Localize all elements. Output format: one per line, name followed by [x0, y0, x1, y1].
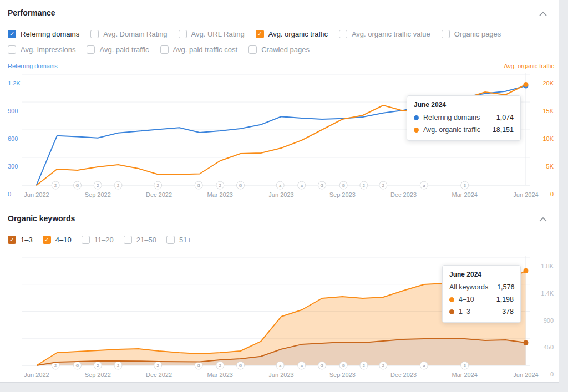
- svg-text:1.2K: 1.2K: [8, 80, 21, 86]
- svg-text:Dec 2023: Dec 2023: [390, 191, 417, 198]
- tooltip-row-label: Referring domains: [423, 114, 489, 121]
- organic-keywords-collapse-button[interactable]: [539, 215, 547, 222]
- tooltip-row-label: All keywords: [449, 283, 497, 291]
- svg-text:300: 300: [8, 163, 18, 170]
- tooltip-row-label: Avg. organic traffic: [423, 126, 489, 134]
- checkbox-label: 1–3: [21, 236, 33, 244]
- checkbox-avg-paid-traffic-cost[interactable]: Avg. paid traffic cost: [160, 45, 238, 54]
- checkbox-referring-domains[interactable]: ✓Referring domains: [8, 30, 79, 38]
- tooltip-row-value: 1,576: [497, 283, 514, 291]
- checkbox-4-10[interactable]: ✓4–10: [43, 236, 72, 244]
- checkbox-1-3[interactable]: ✓1–3: [8, 236, 33, 244]
- tooltip-row: Referring domains1,074: [414, 111, 514, 124]
- analytics-card: Performance ✓Referring domainsAvg. Domai…: [0, 0, 559, 383]
- svg-text:G: G: [321, 363, 324, 368]
- checkbox-label: Crawled pages: [261, 45, 310, 54]
- svg-text:2: 2: [382, 363, 384, 368]
- unchecked-checkbox-icon[interactable]: [179, 30, 187, 38]
- checkbox-avg-paid-traffic[interactable]: Avg. paid traffic: [87, 45, 149, 54]
- checked-checkbox-icon[interactable]: ✓: [8, 30, 16, 38]
- unchecked-checkbox-icon[interactable]: [339, 30, 347, 38]
- right-axis-title: Avg. organic traffic: [504, 63, 554, 69]
- svg-text:G: G: [197, 183, 200, 188]
- checkbox-51[interactable]: 51+: [166, 236, 191, 244]
- checkbox-avg-organic-traffic-value[interactable]: Avg. organic traffic value: [339, 30, 430, 38]
- tooltip-rows: All keywords1,5764–101,1981–3378: [449, 281, 514, 318]
- svg-text:900: 900: [8, 108, 18, 114]
- svg-text:Jun 2023: Jun 2023: [268, 371, 293, 378]
- svg-text:2: 2: [54, 183, 57, 188]
- checkbox-label: Organic pages: [454, 30, 501, 38]
- svg-text:2: 2: [97, 183, 99, 188]
- series-dot-icon: [414, 115, 419, 120]
- checkbox-label: Referring domains: [21, 30, 79, 38]
- svg-text:Sep 2023: Sep 2023: [329, 191, 356, 198]
- svg-text:2: 2: [54, 363, 57, 368]
- svg-text:G: G: [342, 183, 345, 188]
- svg-text:2: 2: [219, 183, 221, 188]
- chevron-up-icon: [539, 11, 547, 17]
- checkbox-label: Avg. organic traffic: [268, 30, 328, 38]
- checkbox-label: 11–20: [94, 236, 114, 244]
- series-dot-icon: [414, 128, 419, 133]
- unchecked-checkbox-icon[interactable]: [82, 236, 90, 244]
- svg-text:450: 450: [544, 344, 554, 350]
- checked-checkbox-icon[interactable]: ✓: [256, 30, 264, 38]
- tooltip-title: June 2024: [449, 271, 514, 278]
- svg-text:3: 3: [464, 363, 466, 368]
- svg-text:G: G: [197, 363, 200, 368]
- checked-checkbox-icon[interactable]: ✓: [43, 236, 51, 244]
- svg-text:2: 2: [157, 363, 159, 368]
- svg-text:Jun 2022: Jun 2022: [24, 191, 49, 198]
- checkbox-label: 21–50: [136, 236, 156, 244]
- svg-text:2: 2: [363, 363, 365, 368]
- checkbox-label: Avg. Domain Rating: [103, 30, 167, 38]
- unchecked-checkbox-icon[interactable]: [90, 30, 99, 38]
- unchecked-checkbox-icon[interactable]: [87, 45, 95, 54]
- svg-text:2: 2: [382, 183, 384, 188]
- performance-metrics-row-2: Avg. ImpressionsAvg. paid trafficAvg. pa…: [8, 45, 310, 54]
- checkbox-avg-organic-traffic[interactable]: ✓Avg. organic traffic: [256, 30, 328, 38]
- checkbox-avg-impressions[interactable]: Avg. Impressions: [8, 45, 75, 54]
- unchecked-checkbox-icon[interactable]: [442, 30, 450, 38]
- svg-text:Jun 2023: Jun 2023: [268, 191, 293, 198]
- unchecked-checkbox-icon[interactable]: [160, 45, 169, 54]
- unchecked-checkbox-icon[interactable]: [8, 45, 16, 54]
- svg-text:3: 3: [464, 183, 466, 188]
- tooltip-row-value: 378: [502, 308, 514, 315]
- checkbox-label: Avg. paid traffic cost: [173, 45, 238, 54]
- svg-text:Jun 2024: Jun 2024: [513, 371, 538, 378]
- series-endpoint-dot-1-3: [524, 340, 529, 345]
- svg-text:Mar 2023: Mar 2023: [207, 191, 233, 198]
- checkbox-label: Avg. Impressions: [21, 45, 75, 54]
- unchecked-checkbox-icon[interactable]: [166, 236, 175, 244]
- unchecked-checkbox-icon[interactable]: [248, 45, 257, 54]
- tooltip-row-label: 4–10: [459, 296, 483, 303]
- checkbox-11-20[interactable]: 11–20: [82, 236, 114, 244]
- left-axis-title: Referring domains: [8, 63, 58, 69]
- checkbox-crawled-pages[interactable]: Crawled pages: [248, 45, 310, 54]
- performance-metrics-row-1: ✓Referring domainsAvg. Domain RatingAvg.…: [8, 29, 501, 38]
- checked-checkbox-icon[interactable]: ✓: [8, 236, 16, 244]
- checkbox-21-50[interactable]: 21–50: [124, 236, 156, 244]
- unchecked-checkbox-icon[interactable]: [124, 236, 132, 244]
- svg-text:Sep 2023: Sep 2023: [329, 371, 356, 378]
- svg-text:G: G: [76, 363, 79, 368]
- svg-text:900: 900: [544, 317, 554, 324]
- svg-text:G: G: [239, 363, 242, 368]
- svg-text:2: 2: [363, 183, 365, 188]
- tooltip-row-value: 1,198: [496, 296, 514, 303]
- organic-keywords-tooltip: June 2024 All keywords1,5764–101,1981–33…: [442, 265, 521, 323]
- performance-collapse-button[interactable]: [539, 9, 547, 16]
- tooltip-row-value: 1,074: [496, 114, 514, 121]
- tooltip-row: 4–101,198: [449, 293, 514, 306]
- svg-text:G: G: [342, 363, 345, 368]
- svg-text:1.8K: 1.8K: [541, 263, 554, 269]
- svg-text:Dec 2023: Dec 2023: [390, 371, 417, 378]
- checkbox-organic-pages[interactable]: Organic pages: [442, 30, 501, 38]
- svg-text:Mar 2023: Mar 2023: [207, 371, 233, 378]
- svg-text:2: 2: [117, 363, 119, 368]
- checkbox-avg-url-rating[interactable]: Avg. URL Rating: [179, 30, 245, 38]
- svg-text:15K: 15K: [542, 108, 554, 114]
- checkbox-avg-domain-rating[interactable]: Avg. Domain Rating: [90, 30, 167, 38]
